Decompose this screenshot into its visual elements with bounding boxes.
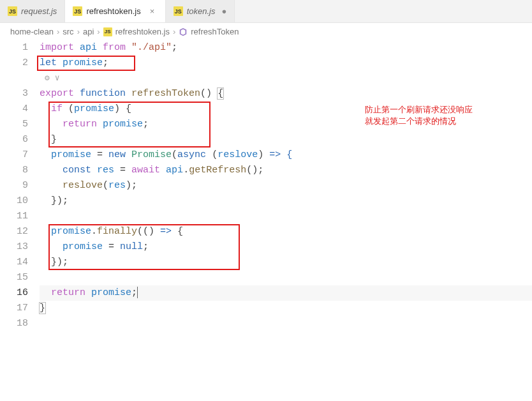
line-number: 2 [0, 56, 28, 71]
breadcrumb-file[interactable]: refreshtoken.js [115, 27, 170, 36]
breadcrumb[interactable]: home-clean › src › api › JS refreshtoken… [0, 23, 532, 40]
code-area[interactable]: import api from "./api"; let promise; ⚙ … [40, 40, 532, 397]
tab-request[interactable]: JS request.js [0, 0, 65, 22]
code-line [40, 316, 532, 331]
chevron-right-icon: › [173, 27, 175, 36]
code-line: promise = new Promise(async (reslove) =>… [40, 148, 532, 163]
line-number: 6 [0, 132, 28, 148]
line-number: 18 [0, 316, 28, 331]
js-icon: JS [73, 6, 82, 16]
tab-label: request.js [21, 6, 57, 16]
breadcrumb-symbol[interactable]: refreshToken [191, 27, 239, 36]
code-line: import api from "./api"; [40, 40, 532, 56]
tabs-bar: JS request.js JS refreshtoken.js × JS to… [0, 0, 532, 23]
code-line [40, 270, 532, 285]
js-icon: JS [103, 27, 112, 36]
code-line: } [40, 301, 532, 316]
line-number: 11 [0, 209, 28, 224]
breadcrumb-folder[interactable]: api [83, 27, 94, 36]
code-line: let promise; [40, 56, 532, 71]
chevron-right-icon: › [77, 27, 80, 36]
line-number: 16 [0, 285, 28, 301]
code-line: return promise; [40, 285, 532, 301]
line-number: 5 [0, 117, 28, 132]
code-line: promise.finally(() => { [40, 224, 532, 239]
dirty-indicator: ● [221, 6, 226, 16]
code-line: reslove(res); [40, 178, 532, 193]
line-number: 14 [0, 255, 28, 270]
tab-label: token.js [187, 6, 216, 16]
code-line: const res = await api.getRefresh(); [40, 163, 532, 178]
code-line [40, 209, 532, 224]
code-line: }); [40, 193, 532, 209]
line-number: 15 [0, 270, 28, 285]
line-number: 8 [0, 163, 28, 178]
js-icon: JS [8, 6, 17, 16]
line-number: 10 [0, 193, 28, 209]
line-number: 3 [0, 86, 28, 102]
line-number: 4 [0, 102, 28, 117]
line-number-gutter: 1 2 3 4 5 6 7 8 9 10 11 12 13 14 15 16 1… [0, 40, 40, 397]
line-number: 17 [0, 301, 28, 316]
code-editor[interactable]: 1 2 3 4 5 6 7 8 9 10 11 12 13 14 15 16 1… [0, 40, 532, 397]
breadcrumb-folder[interactable]: src [63, 27, 73, 36]
close-icon[interactable]: × [147, 6, 158, 17]
line-number: 12 [0, 224, 28, 239]
code-line: export function refreshToken() { [40, 86, 532, 102]
line-number: 9 [0, 178, 28, 193]
codelens-row[interactable]: ⚙ ∨ [40, 71, 532, 86]
line-number: 7 [0, 148, 28, 163]
breadcrumb-root[interactable]: home-clean [10, 27, 54, 36]
line-number: 1 [0, 40, 28, 56]
line-number: 13 [0, 239, 28, 255]
text-cursor [137, 287, 138, 298]
code-line: }); [40, 255, 532, 270]
code-line: promise = null; [40, 239, 532, 255]
annotation-text: 防止第一个刷新请求还没响应 就发起第二个请求的情况 [365, 104, 473, 127]
code-line: } [40, 132, 532, 148]
tab-label: refreshtoken.js [86, 6, 140, 16]
js-icon: JS [174, 6, 183, 16]
chevron-right-icon: › [57, 27, 59, 36]
chevron-right-icon: › [97, 27, 100, 36]
tab-refreshtoken[interactable]: JS refreshtoken.js × [65, 0, 165, 22]
tab-token[interactable]: JS token.js ● [166, 0, 235, 22]
function-icon [179, 27, 188, 36]
